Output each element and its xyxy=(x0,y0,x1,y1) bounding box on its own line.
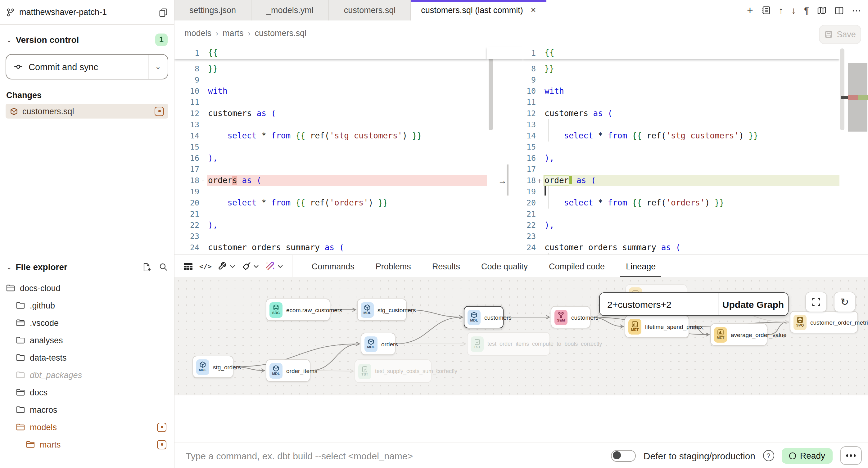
commit-and-sync-main[interactable]: Commit and sync xyxy=(6,55,148,79)
command-input[interactable] xyxy=(184,450,472,462)
commit-and-sync-button[interactable]: Commit and sync ⌄ xyxy=(6,54,168,80)
file-explorer-header[interactable]: ⌄ File explorer xyxy=(0,262,174,272)
panel-tab-code-quality[interactable]: Code quality xyxy=(471,255,538,277)
copy-files-icon[interactable] xyxy=(159,8,168,17)
lineage-node-stg_customers[interactable]: MDLstg_customers xyxy=(357,299,407,321)
help-icon[interactable]: ? xyxy=(763,450,774,461)
code-line[interactable]: 21 xyxy=(175,208,487,219)
lineage-node-lifetime[interactable]: METlifetime_spend_pretax xyxy=(625,315,689,338)
code-line[interactable]: 12customers as ( xyxy=(523,108,839,119)
commit-options-dropdown[interactable]: ⌄ xyxy=(148,55,168,79)
lineage-canvas[interactable]: SRCecom.raw_customersMDLstg_customersMDL… xyxy=(175,277,868,395)
code-line[interactable]: 18-orders as ( xyxy=(175,175,487,186)
arrow-up-icon[interactable]: ↑ xyxy=(779,5,783,15)
lineage-node-order_items[interactable]: MDLorder_items xyxy=(266,360,310,382)
more-actions-button[interactable] xyxy=(840,446,862,465)
code-line[interactable]: 10with xyxy=(175,85,487,96)
code-line[interactable]: 16), xyxy=(523,152,839,163)
code-line[interactable]: 22), xyxy=(175,219,487,230)
panel-tab-problems[interactable]: Problems xyxy=(365,255,422,277)
editor-tab[interactable]: customers.sql (last commit)✕ xyxy=(411,0,546,21)
lineage-search-input[interactable] xyxy=(600,293,718,315)
pane-divider[interactable] xyxy=(507,164,508,195)
panel-tab-compiled-code[interactable]: Compiled code xyxy=(538,255,615,277)
lineage-node-average[interactable]: METaverage_order_value xyxy=(710,323,767,346)
code-line[interactable]: 12customers as ( xyxy=(175,108,487,119)
save-button[interactable]: Save xyxy=(819,25,861,44)
code-line[interactable]: 8}} xyxy=(175,63,487,74)
breadcrumb-item[interactable]: customers.sql xyxy=(255,29,307,38)
code-line[interactable]: 16), xyxy=(175,152,487,163)
code-line[interactable]: 24customer_orders_summary as ( xyxy=(523,242,839,253)
split-columns-icon[interactable] xyxy=(834,6,844,14)
code-line[interactable]: 19 xyxy=(175,186,487,197)
lineage-node-test_supply[interactable]: TSTtest_supply_costs_sum_correctly xyxy=(354,360,432,383)
lineage-node-orders[interactable]: MDLorders xyxy=(361,333,396,355)
editor-tab[interactable]: customers.sql xyxy=(329,0,411,21)
editor-tab[interactable]: _models.yml xyxy=(251,0,329,21)
file-explorer-item-macros[interactable]: macros xyxy=(0,401,174,418)
file-explorer-item-analyses[interactable]: analyses xyxy=(0,332,174,349)
version-control-header[interactable]: ⌄ Version control 1 xyxy=(0,33,174,46)
code-line[interactable]: 17 xyxy=(175,163,487,175)
code-line[interactable]: 9 xyxy=(175,74,487,85)
changed-file-row[interactable]: customers.sql xyxy=(6,104,168,119)
lineage-node-test_order_items[interactable]: TSTtest_order_items_compute_to_bools_cor… xyxy=(467,332,550,356)
fullscreen-button[interactable] xyxy=(805,292,827,312)
code-line[interactable]: 20 select * from {{ ref('orders') }} xyxy=(523,197,839,208)
search-icon[interactable] xyxy=(159,262,168,271)
code-line[interactable]: 18+order as ( xyxy=(523,175,839,186)
arrow-down-icon[interactable]: ↓ xyxy=(791,5,796,15)
file-explorer-item-data-tests[interactable]: data-tests xyxy=(0,349,174,366)
code-line[interactable]: 13 xyxy=(523,119,839,130)
lineage-node-customers_mdl[interactable]: MDLcustomers xyxy=(464,306,503,329)
file-explorer-item-models[interactable]: models xyxy=(0,418,174,436)
close-icon[interactable]: ✕ xyxy=(531,6,536,14)
code-line[interactable]: 14 select * from {{ ref('stg_customers')… xyxy=(523,130,839,141)
file-explorer-item-marts[interactable]: marts xyxy=(0,436,174,453)
panel-tab-commands[interactable]: Commands xyxy=(301,255,365,277)
code-line[interactable]: 8}} xyxy=(523,63,839,74)
code-line[interactable]: 9 xyxy=(523,74,839,85)
code-line[interactable]: 13 xyxy=(175,119,487,130)
code-line[interactable]: 20 select * from {{ ref('orders') }} xyxy=(175,197,487,208)
code-icon[interactable]: </> xyxy=(199,262,212,270)
code-line[interactable]: 15 xyxy=(523,141,839,152)
code-line[interactable]: 14 select * from {{ ref('stg_customers')… xyxy=(175,130,487,141)
code-line[interactable]: 10with xyxy=(523,85,839,96)
update-graph-button[interactable]: Update Graph xyxy=(718,293,788,315)
wrench-icon[interactable] xyxy=(218,261,228,271)
code-line[interactable]: 11 xyxy=(175,96,487,108)
new-tab-icon[interactable]: + xyxy=(747,4,753,17)
code-line[interactable]: 19 xyxy=(523,186,839,197)
code-line[interactable]: 21 xyxy=(523,208,839,219)
file-explorer-item-docs-cloud[interactable]: docs-cloud xyxy=(0,279,174,297)
magic-pen-icon[interactable] xyxy=(265,261,276,271)
code-line[interactable]: 15 xyxy=(175,141,487,152)
defer-toggle[interactable] xyxy=(611,450,636,462)
right-scrollbar-thumb[interactable] xyxy=(840,49,844,130)
code-line[interactable]: 23 xyxy=(523,230,839,242)
code-line[interactable]: 22), xyxy=(523,219,839,230)
breadcrumb-item[interactable]: marts xyxy=(223,29,244,38)
refresh-graph-button[interactable]: ↻ xyxy=(834,292,856,312)
file-explorer-item-dbt_packages[interactable]: dbt_packages xyxy=(0,366,174,383)
lineage-node-stg_orders[interactable]: MDLstg_orders xyxy=(192,356,234,378)
editor-tab[interactable]: settings.json xyxy=(175,0,251,21)
panel-tab-lineage[interactable]: Lineage xyxy=(615,255,666,277)
new-file-icon[interactable] xyxy=(142,262,151,272)
lineage-node-src_raw[interactable]: SRCecom.raw_customers xyxy=(266,299,330,321)
breadcrumb-item[interactable]: models xyxy=(184,29,211,38)
lineage-node-customers_sem[interactable]: SEMcustomers xyxy=(551,306,590,329)
file-explorer-item-.vscode[interactable]: .vscode xyxy=(0,314,174,332)
panel-tab-results[interactable]: Results xyxy=(422,255,471,277)
file-explorer-item-.github[interactable]: .github xyxy=(0,297,174,314)
environment-status-badge[interactable]: Ready xyxy=(781,448,833,463)
results-table-icon[interactable] xyxy=(183,261,193,271)
outline-icon[interactable] xyxy=(761,6,771,15)
broom-icon[interactable] xyxy=(242,261,251,271)
code-line[interactable]: 24customer_orders_summary as ( xyxy=(175,242,487,253)
code-line[interactable]: 23 xyxy=(175,230,487,242)
code-line[interactable]: 11 xyxy=(523,96,839,108)
left-scrollbar-thumb[interactable] xyxy=(489,49,493,130)
